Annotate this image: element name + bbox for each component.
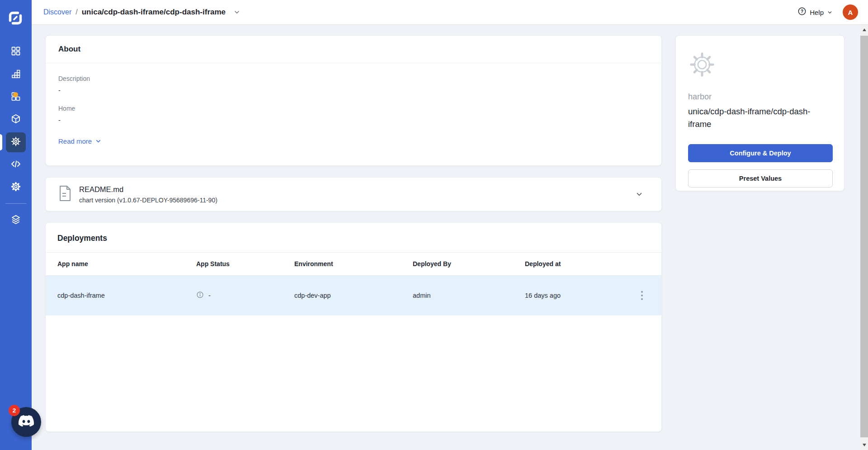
column-header-deployed-by: Deployed By bbox=[413, 260, 525, 267]
cube-icon bbox=[10, 113, 21, 126]
avatar[interactable]: A bbox=[843, 5, 858, 20]
devtron-logo-icon[interactable] bbox=[8, 11, 23, 25]
sidebar bbox=[0, 0, 32, 450]
grid-icon bbox=[10, 46, 21, 58]
scrollbar-down-button[interactable] bbox=[860, 440, 868, 450]
helm-wheel-icon bbox=[10, 136, 22, 149]
readme-chart-version: chart version (v1.0.67-DEPLOY-95689696-1… bbox=[79, 197, 217, 204]
chart-full-name: unica/cdp-dash-iframe/cdp-dash-iframe bbox=[688, 105, 832, 131]
readme-expand-chevron-down-icon[interactable] bbox=[635, 190, 643, 198]
layers-icon bbox=[10, 214, 22, 227]
breadcrumb-discover-link[interactable]: Discover bbox=[43, 8, 71, 16]
row-actions-kebab-icon[interactable] bbox=[637, 287, 646, 304]
row-app-status: - bbox=[208, 292, 211, 299]
main-content: About Description - Home - Read more REA… bbox=[32, 25, 860, 450]
column-header-app-status: App Status bbox=[196, 260, 294, 267]
deployments-title: Deployments bbox=[57, 234, 650, 243]
top-header: Discover / unica/cdp-dash-iframe/cdp-das… bbox=[32, 0, 868, 25]
sidebar-item-chart-store[interactable] bbox=[0, 108, 32, 131]
sidebar-item-stack-manager[interactable] bbox=[0, 209, 32, 232]
sidebar-item-global-config[interactable] bbox=[0, 176, 32, 199]
chart-squares-icon bbox=[10, 68, 21, 81]
deployments-card: Deployments App name App Status Environm… bbox=[45, 222, 662, 432]
chevron-down-icon bbox=[95, 138, 102, 145]
read-more-link[interactable]: Read more bbox=[58, 137, 102, 145]
readme-filename: README.md bbox=[79, 185, 217, 194]
sidebar-item-applications[interactable] bbox=[0, 41, 32, 63]
row-environment: cdp-dev-app bbox=[294, 292, 413, 299]
page-title: unica/cdp-dash-iframe/cdp-dash-iframe bbox=[82, 8, 226, 17]
about-title: About bbox=[58, 45, 649, 54]
readme-card[interactable]: README.md chart version (v1.0.67-DEPLOY-… bbox=[45, 177, 662, 211]
help-chevron-down-icon bbox=[827, 9, 833, 15]
description-value: - bbox=[58, 87, 649, 94]
configure-deploy-button[interactable]: Configure & Deploy bbox=[688, 144, 833, 162]
svg-text:?: ? bbox=[801, 9, 803, 14]
about-card: About Description - Home - Read more bbox=[45, 35, 662, 166]
sidebar-item-jobs[interactable] bbox=[0, 63, 32, 86]
description-label: Description bbox=[58, 75, 649, 82]
breadcrumb: Discover / unica/cdp-dash-iframe/cdp-das… bbox=[43, 8, 241, 17]
document-icon bbox=[58, 185, 72, 204]
help-label: Help bbox=[810, 9, 824, 16]
sidebar-item-app-store[interactable] bbox=[0, 86, 32, 108]
row-app-name: cdp-dash-iframe bbox=[57, 292, 196, 299]
chart-repo-name: harbor bbox=[688, 92, 832, 102]
column-header-environment: Environment bbox=[294, 260, 413, 267]
discord-icon bbox=[18, 415, 34, 429]
scrollbar-up-button[interactable] bbox=[860, 25, 868, 35]
column-header-app-name: App name bbox=[57, 260, 196, 267]
vertical-scrollbar bbox=[860, 25, 868, 450]
chart-details-panel: harbor unica/cdp-dash-iframe/cdp-dash-if… bbox=[675, 35, 844, 191]
chart-placeholder-gear-icon bbox=[688, 51, 832, 80]
gear-icon bbox=[10, 181, 22, 194]
preset-values-button[interactable]: Preset Values bbox=[688, 169, 833, 188]
column-header-deployed-at: Deployed at bbox=[525, 260, 623, 267]
scrollbar-thumb[interactable] bbox=[860, 36, 868, 437]
notification-dot bbox=[13, 92, 18, 97]
row-deployed-by: admin bbox=[413, 292, 525, 299]
question-circle-icon: ? bbox=[797, 7, 807, 18]
avatar-initial: A bbox=[848, 9, 853, 16]
chart-selector-chevron-down-icon[interactable] bbox=[233, 9, 241, 16]
sidebar-item-code[interactable] bbox=[0, 154, 32, 176]
info-circle-icon[interactable] bbox=[196, 291, 204, 300]
chat-widget-button[interactable]: 2 bbox=[11, 407, 41, 437]
breadcrumb-separator: / bbox=[75, 8, 77, 16]
deployments-table-header: App name App Status Environment Deployed… bbox=[46, 253, 661, 276]
help-menu[interactable]: ? Help bbox=[797, 7, 833, 18]
row-deployed-at: 16 days ago bbox=[525, 292, 623, 299]
sidebar-divider bbox=[5, 203, 26, 204]
table-row[interactable]: cdp-dash-iframe - cdp-dev-app admin 16 d… bbox=[46, 276, 661, 315]
sidebar-item-helm-apps[interactable] bbox=[0, 131, 32, 154]
home-label: Home bbox=[58, 105, 649, 112]
home-value: - bbox=[58, 117, 649, 124]
read-more-label: Read more bbox=[58, 137, 92, 145]
chat-badge: 2 bbox=[9, 405, 20, 416]
code-icon bbox=[10, 158, 22, 172]
